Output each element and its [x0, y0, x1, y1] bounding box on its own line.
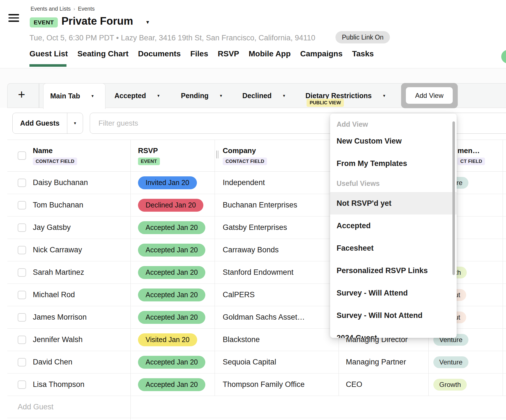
guest-name: James Morrison	[33, 313, 87, 322]
nav-tab-guest-list[interactable]: Guest List	[29, 49, 68, 58]
company-cell: Buchanan Enterprises	[215, 194, 339, 216]
row-checkbox[interactable]	[18, 358, 26, 366]
hamburger-menu-icon[interactable]	[8, 14, 19, 22]
row-checkbox[interactable]	[18, 336, 26, 344]
column-header-company[interactable]: CompanyCONTACT FIELD	[215, 140, 339, 171]
name-cell: Nick Carraway	[7, 239, 131, 261]
overflow-cell	[503, 216, 505, 239]
menu-item-personalized-rsvp-links[interactable]: Personalized RSVP Links	[330, 259, 457, 282]
segment-badge: Growth	[433, 379, 467, 391]
view-tab-pending[interactable]: Pending▼	[181, 83, 223, 108]
breadcrumb: Events and Lists › Events	[31, 6, 95, 12]
table-row[interactable]: David ChenAccepted Jan 20Sequoia Capital…	[7, 351, 506, 373]
overflow-cell	[503, 284, 505, 306]
rsvp-status-badge[interactable]: Visited Jan 20	[138, 333, 197, 346]
row-checkbox[interactable]	[18, 223, 26, 232]
rsvp-status-badge[interactable]: Accepted Jan 20	[138, 289, 205, 301]
column-resize-handle[interactable]	[216, 151, 219, 158]
row-checkbox[interactable]	[18, 291, 26, 299]
view-tab-main-tab[interactable]: Main Tab ▼	[43, 83, 105, 109]
row-checkbox[interactable]	[18, 179, 26, 187]
chevron-down-icon[interactable]: ▼	[282, 94, 286, 98]
title-chevron-down-icon[interactable]: ▼	[145, 20, 150, 25]
nav-tab-files[interactable]: Files	[190, 49, 208, 58]
rsvp-status-badge[interactable]: Accepted Jan 20	[138, 221, 205, 234]
column-header-name[interactable]: NameCONTACT FIELD	[7, 140, 131, 171]
menu-item-not-rsvp-d-yet[interactable]: Not RSVP'd yet	[330, 192, 457, 214]
column-header-rsvp[interactable]: RSVPEVENT	[131, 140, 215, 171]
rsvp-status-badge[interactable]: Accepted Jan 20	[138, 244, 205, 257]
nav-tab-tasks[interactable]: Tasks	[352, 49, 374, 58]
rsvp-status-badge[interactable]: Accepted Jan 20	[138, 266, 205, 279]
chevron-down-icon[interactable]: ▼	[157, 94, 160, 98]
nav-tab-seating-chart[interactable]: Seating Chart	[77, 49, 128, 58]
guest-name: Lisa Thompson	[33, 380, 84, 389]
menu-item-2024-guest[interactable]: 2024 Guest	[330, 327, 457, 338]
table-bottom-sliver	[7, 418, 506, 420]
column-label: men…	[457, 146, 480, 155]
name-cell: David Chen	[7, 351, 131, 373]
company-cell: Blackstone	[215, 329, 339, 351]
view-tab-label: Declined	[242, 92, 272, 100]
menu-item-new-custom-view[interactable]: New Custom View	[330, 130, 457, 152]
chevron-down-icon[interactable]: ▼	[219, 94, 223, 98]
row-checkbox[interactable]	[18, 268, 26, 277]
view-tab-label: Accepted	[114, 92, 146, 100]
column-type-badge: CONTACT FIELD	[33, 158, 77, 165]
guest-name: Jennifer Walsh	[33, 335, 83, 344]
row-checkbox[interactable]	[18, 246, 26, 254]
add-guest-cell[interactable]: Add Guest	[7, 396, 131, 418]
row-checkbox[interactable]	[18, 313, 26, 322]
rsvp-status-badge[interactable]: Accepted Jan 20	[138, 311, 205, 324]
add-guests-button[interactable]: Add Guests	[13, 113, 67, 133]
event-type-badge: EVENT	[30, 17, 58, 27]
rsvp-status-badge[interactable]: Accepted Jan 20	[138, 356, 205, 369]
nav-tab-rsvp[interactable]: RSVP	[218, 49, 239, 58]
page-title: Private Forum	[61, 15, 133, 27]
guest-name: Sarah Martinez	[33, 268, 84, 277]
chevron-down-icon[interactable]: ▼	[91, 94, 94, 98]
select-all-checkbox[interactable]	[18, 151, 26, 160]
title-cell: CEO	[339, 373, 429, 396]
public-link-status-pill[interactable]: Public Link On	[335, 31, 390, 43]
view-tab-declined[interactable]: Declined▼	[242, 83, 286, 108]
menu-item-survey-will-not-attend[interactable]: Survey - Will Not Attend	[330, 304, 457, 327]
add-guest-row[interactable]: Add Guest	[7, 396, 506, 418]
add-view-button[interactable]: Add View	[406, 87, 453, 104]
nav-tab-documents[interactable]: Documents	[138, 49, 181, 58]
view-tab-accepted[interactable]: Accepted▼	[114, 83, 160, 108]
menu-scrollbar[interactable]	[452, 121, 455, 275]
rsvp-status-badge[interactable]: Accepted Jan 20	[138, 378, 205, 391]
breadcrumb-events[interactable]: Events	[78, 6, 95, 12]
nav-tab-campaigns[interactable]: Campaigns	[300, 49, 342, 58]
rsvp-status-badge[interactable]: Invited Jan 20	[138, 176, 197, 189]
menu-item-accepted[interactable]: Accepted	[330, 214, 457, 237]
guest-company: CalPERS	[223, 290, 255, 299]
rsvp-cell: Accepted Jan 20	[131, 373, 215, 396]
rsvp-cell: Invited Jan 20	[131, 172, 215, 194]
add-view-plus-icon[interactable]: +	[18, 87, 25, 101]
row-checkbox[interactable]	[18, 201, 26, 209]
column-label: RSVP	[131, 146, 158, 155]
rsvp-status-badge[interactable]: Declined Jan 20	[138, 199, 203, 212]
overflow-cell	[503, 194, 505, 216]
menu-item-facesheet[interactable]: Facesheet	[330, 237, 457, 259]
menu-item-from-my-templates[interactable]: From My Templates	[330, 152, 457, 175]
guest-company: Carraway Bonds	[223, 246, 279, 254]
add-guests-chevron-down-icon[interactable]: ▼	[67, 113, 83, 133]
guest-company: Goldman Sachs Asset…	[223, 313, 305, 322]
row-checkbox[interactable]	[18, 380, 26, 389]
column-label: Name	[33, 146, 53, 155]
breadcrumb-events-and-lists[interactable]: Events and Lists	[31, 6, 71, 12]
help-fab-button[interactable]	[501, 50, 506, 63]
menu-item-survey-will-attend[interactable]: Survey - Will Attend	[330, 282, 457, 304]
view-tab-label: Pending	[181, 92, 209, 100]
name-cell: Michael Rod	[7, 284, 131, 306]
name-cell: Tom Buchanan	[7, 194, 131, 216]
overflow-cell	[503, 261, 505, 283]
nav-tab-mobile-app[interactable]: Mobile App	[249, 49, 291, 58]
name-cell: Daisy Buchanan	[7, 172, 131, 194]
chevron-down-icon[interactable]: ▼	[382, 94, 386, 98]
company-cell: Independent	[215, 172, 339, 194]
table-row[interactable]: Lisa ThompsonAccepted Jan 20Thompson Fam…	[7, 373, 506, 396]
